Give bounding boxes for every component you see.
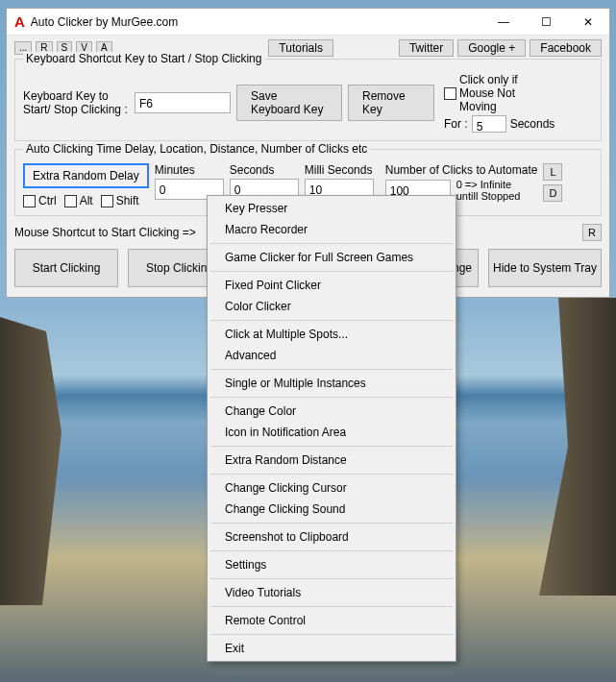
seconds-label: Seconds — [510, 117, 555, 131]
titlebar[interactable]: A Auto Clicker by MurGee.com — ☐ ✕ — [7, 9, 609, 36]
bg-rock-left — [0, 317, 77, 605]
window-title: Auto Clicker by MurGee.com — [31, 15, 178, 29]
remove-key-button[interactable]: Remove Key — [348, 85, 434, 121]
menu-separator — [210, 369, 453, 370]
menu-item-remote-control[interactable]: Remote Control — [209, 610, 454, 631]
menu-item-color-clicker[interactable]: Color Clicker — [209, 296, 454, 317]
menu-separator — [210, 523, 453, 524]
save-keyboard-button[interactable]: Save Keyboard Key — [236, 85, 342, 121]
menu-item-change-color[interactable]: Change Color — [209, 401, 454, 422]
facebook-button[interactable]: Facebook — [530, 39, 602, 57]
google-button[interactable]: Google + — [457, 39, 526, 57]
menu-separator — [210, 606, 453, 607]
menu-item-video-tutorials[interactable]: Video Tutorials — [209, 582, 454, 603]
menu-item-extra-random-distance[interactable]: Extra Random Distance — [209, 450, 454, 471]
alt-checkbox[interactable]: Alt — [64, 194, 93, 207]
maximize-button[interactable]: ☐ — [525, 9, 567, 36]
delay-group-title: Auto Clicking Time Delay, Location, Dist… — [23, 142, 370, 156]
ms-label: Milli Seconds — [305, 163, 374, 177]
shortcut-label: Keyboard Key to Start/ Stop Clicking : — [23, 89, 129, 116]
menu-separator — [210, 446, 453, 447]
clicks-label: Number of Clicks to Automate — [385, 163, 538, 177]
r-button[interactable]: R — [582, 224, 602, 241]
minimize-button[interactable]: — — [482, 9, 525, 36]
ctrl-checkbox[interactable]: Ctrl — [23, 194, 57, 207]
menu-item-advanced[interactable]: Advanced — [209, 345, 454, 366]
menu-item-change-clicking-sound[interactable]: Change Clicking Sound — [209, 499, 454, 520]
d-button[interactable]: D — [543, 184, 562, 202]
context-menu: Key PresserMacro RecorderGame Clicker fo… — [207, 195, 456, 662]
menu-item-exit[interactable]: Exit — [209, 638, 454, 659]
click-only-if-checkbox[interactable]: Click only if Mouse Not Moving — [444, 73, 555, 113]
l-button[interactable]: L — [543, 163, 562, 181]
menu-item-fixed-point-clicker[interactable]: Fixed Point Clicker — [209, 275, 454, 296]
menu-separator — [210, 243, 453, 244]
minutes-label: Minutes — [155, 163, 224, 177]
for-input[interactable]: 5 — [472, 115, 506, 133]
mouse-shortcut-label: Mouse Shortcut to Start Clicking => — [14, 226, 196, 239]
menu-item-game-clicker-for-full-screen-games[interactable]: Game Clicker for Full Screen Games — [209, 247, 454, 268]
menu-item-macro-recorder[interactable]: Macro Recorder — [209, 219, 454, 240]
close-button[interactable]: ✕ — [567, 9, 609, 36]
menu-separator — [210, 320, 453, 321]
for-label: For : — [444, 117, 468, 131]
shift-checkbox[interactable]: Shift — [101, 194, 139, 207]
shortcut-group: Keyboard Shortcut Key to Start / Stop Cl… — [14, 59, 602, 141]
menu-separator — [210, 578, 453, 579]
twitter-button[interactable]: Twitter — [399, 39, 454, 57]
bg-rock-right — [520, 298, 616, 596]
menu-item-screenshot-to-clipboard[interactable]: Screenshot to Clipboard — [209, 526, 454, 548]
tutorials-button[interactable]: Tutorials — [268, 39, 333, 57]
menu-separator — [210, 271, 453, 272]
start-clicking-button[interactable]: Start Clicking — [14, 249, 118, 287]
hide-to-tray-button[interactable]: Hide to System Tray — [488, 249, 602, 287]
menu-separator — [210, 397, 453, 398]
menu-separator — [210, 474, 453, 475]
extra-random-delay-button[interactable]: Extra Random Delay — [23, 163, 149, 188]
app-icon: A — [14, 13, 25, 30]
menu-item-change-clicking-cursor[interactable]: Change Clicking Cursor — [209, 477, 454, 499]
menu-item-single-or-multiple-instances[interactable]: Single or Multiple Instances — [209, 373, 454, 394]
infinite-note: 0 => Infinite untill Stopped — [456, 179, 533, 202]
shortcut-group-title: Keyboard Shortcut Key to Start / Stop Cl… — [23, 52, 264, 65]
menu-separator — [210, 550, 453, 551]
shortcut-input[interactable]: F6 — [135, 92, 231, 113]
menu-item-key-presser[interactable]: Key Presser — [209, 198, 454, 219]
menu-separator — [210, 634, 453, 635]
menu-item-settings[interactable]: Settings — [209, 554, 454, 575]
seconds-col-label: Seconds — [230, 163, 299, 177]
menu-item-click-at-multiple-spots[interactable]: Click at Multiple Spots... — [209, 324, 454, 345]
menu-item-icon-in-notification-area[interactable]: Icon in Notification Area — [209, 422, 454, 443]
